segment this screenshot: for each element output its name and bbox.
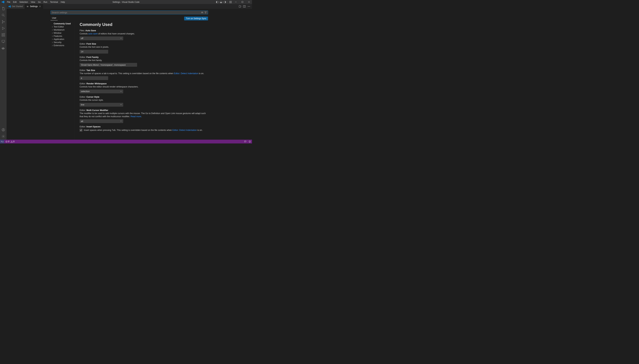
chevron-down-icon: [120, 37, 122, 39]
source-control-icon[interactable]: [0, 18, 7, 25]
setting-files-autosave: Files: Auto Save Controls auto save of e…: [80, 30, 206, 40]
svg-rect-6: [230, 1, 230, 2]
titlebar: File Edit Selection View Go Run Terminal…: [0, 0, 252, 4]
toc-workbench[interactable]: Workbench: [51, 28, 74, 32]
svg-point-23: [27, 6, 27, 6]
window-title: Settings - Visual Studio Code: [112, 1, 139, 3]
chevron-down-icon: [120, 90, 122, 92]
toc-features[interactable]: Features: [51, 34, 74, 38]
filter-icon[interactable]: [204, 11, 207, 14]
toc-commonly-used[interactable]: Commonly Used: [51, 22, 74, 25]
menu-bar: File Edit Selection View Go Run Terminal…: [6, 0, 66, 4]
svg-rect-19: [2, 40, 5, 42]
more-actions-icon[interactable]: [247, 5, 251, 8]
setting-editor-cursorstyle: Editor: Cursor Style Controls the cursor…: [80, 96, 206, 107]
menu-go[interactable]: Go: [37, 0, 42, 4]
toc-text-editor[interactable]: Text Editor: [51, 25, 74, 28]
svg-point-22: [3, 136, 4, 137]
settings-gear-icon[interactable]: [0, 133, 7, 140]
open-settings-json-icon[interactable]: [238, 5, 242, 8]
toc-application[interactable]: Application: [51, 38, 74, 41]
toggle-secondary-sidebar-icon[interactable]: [223, 0, 226, 4]
insertspaces-checkbox[interactable]: [80, 129, 82, 132]
setting-editor-multicursor: Editor: Multi Cursor Modifier The modifi…: [80, 109, 206, 123]
explorer-icon[interactable]: [0, 5, 7, 12]
svg-point-13: [2, 22, 3, 23]
problems-status[interactable]: 0 0: [4, 140, 16, 144]
toc-extensions[interactable]: Extensions: [51, 44, 74, 47]
remote-indicator[interactable]: [0, 140, 4, 144]
autosave-select[interactable]: off: [80, 36, 123, 40]
chevron-right-icon: [51, 38, 53, 40]
toc-security[interactable]: Security: [51, 41, 74, 44]
error-icon: [5, 140, 8, 143]
bell-icon[interactable]: [248, 140, 252, 144]
toc-window[interactable]: Window: [51, 32, 74, 34]
menu-file[interactable]: File: [6, 0, 12, 4]
autosave-link[interactable]: auto save: [88, 32, 98, 35]
tab-settings[interactable]: Settings: [25, 4, 43, 9]
chevron-down-icon: [120, 120, 122, 122]
clear-search-icon[interactable]: [201, 11, 203, 14]
customize-layout-icon[interactable]: [229, 0, 232, 4]
svg-point-27: [248, 6, 248, 6]
svg-point-14: [4, 22, 5, 22]
warning-icon: [11, 140, 13, 143]
chevron-right-icon: [51, 35, 53, 37]
multicursor-select[interactable]: alt: [80, 119, 123, 123]
window-minimize-button[interactable]: [233, 0, 239, 4]
svg-rect-1: [216, 1, 217, 3]
docker-icon[interactable]: [0, 45, 7, 51]
run-debug-icon[interactable]: [0, 25, 7, 32]
chevron-right-icon: [51, 41, 53, 44]
read-more-link[interactable]: Read more: [130, 115, 141, 118]
svg-rect-5: [225, 1, 226, 3]
search-icon[interactable]: [0, 12, 7, 18]
settings-content[interactable]: Commonly Used Files: Auto Save Controls …: [74, 22, 208, 140]
menu-edit[interactable]: Edit: [12, 0, 18, 4]
menu-view[interactable]: View: [29, 0, 37, 4]
chevron-right-icon: [51, 44, 53, 46]
cursorstyle-select[interactable]: line: [80, 103, 123, 107]
svg-rect-8: [230, 2, 230, 3]
tab-label: Get Started: [12, 5, 23, 8]
settings-toc: Commonly Used Text Editor Workbench Wind…: [51, 22, 74, 140]
settings-search-input[interactable]: [51, 10, 208, 14]
toggle-primary-sidebar-icon[interactable]: [216, 0, 219, 4]
menu-selection[interactable]: Selection: [18, 0, 29, 4]
accounts-icon[interactable]: [0, 126, 7, 133]
window-close-button[interactable]: [246, 0, 252, 4]
menu-run[interactable]: Run: [42, 0, 49, 4]
svg-rect-15: [2, 34, 3, 34]
svg-point-11: [2, 14, 4, 16]
detect-indentation-link[interactable]: Editor: Detect Indentation: [174, 72, 198, 75]
settings-icon: [27, 5, 29, 8]
detect-indentation-link[interactable]: Editor: Detect Indentation: [172, 129, 197, 131]
menu-terminal[interactable]: Terminal: [49, 0, 59, 4]
fontfamily-input[interactable]: [80, 63, 137, 67]
split-editor-icon[interactable]: [243, 5, 246, 8]
insertspaces-label: Insert spaces when pressing Tab. This se…: [84, 128, 202, 132]
window-maximize-button[interactable]: [239, 0, 246, 4]
extensions-icon[interactable]: [0, 32, 7, 38]
close-icon[interactable]: [39, 5, 41, 8]
tab-get-started[interactable]: Get Started: [7, 4, 25, 9]
svg-rect-10: [242, 2, 243, 3]
feedback-icon[interactable]: [243, 140, 248, 144]
toggle-panel-icon[interactable]: [220, 0, 223, 4]
setting-editor-fontsize: Editor: Font Size Controls the font size…: [80, 43, 206, 54]
setting-editor-insertspaces: Editor: Insert Spaces Insert spaces when…: [80, 126, 206, 132]
settings-sync-button[interactable]: Turn on Settings Sync: [184, 16, 208, 20]
whitespace-select[interactable]: selection: [80, 90, 123, 93]
tabsize-input[interactable]: [80, 76, 108, 80]
svg-rect-17: [4, 35, 5, 36]
chevron-right-icon: [51, 26, 53, 28]
menu-help[interactable]: Help: [59, 0, 67, 4]
scope-user-tab[interactable]: User: [51, 16, 58, 20]
activity-bar: [0, 4, 7, 140]
separator: [228, 1, 228, 3]
section-heading: Commonly Used: [80, 22, 206, 27]
chevron-right-icon: [51, 29, 53, 31]
remote-explorer-icon[interactable]: [0, 38, 7, 45]
fontsize-input[interactable]: [80, 50, 108, 54]
